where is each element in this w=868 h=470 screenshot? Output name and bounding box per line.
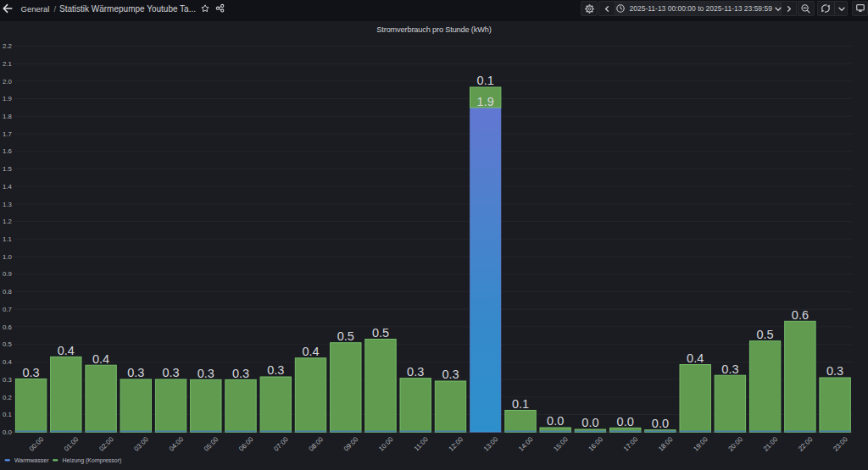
- svg-text:23:00: 23:00: [832, 435, 849, 453]
- svg-text:14:00: 14:00: [517, 435, 535, 453]
- svg-text:01:00: 01:00: [63, 435, 81, 453]
- svg-text:1.6: 1.6: [3, 147, 12, 155]
- svg-text:18:00: 18:00: [657, 435, 675, 453]
- svg-text:16:00: 16:00: [587, 435, 604, 453]
- svg-text:0.7: 0.7: [3, 306, 12, 313]
- svg-text:20:00: 20:00: [726, 435, 744, 453]
- svg-text:0.4: 0.4: [58, 344, 75, 357]
- svg-text:0.0: 0.0: [547, 414, 564, 428]
- svg-text:2.1: 2.1: [3, 60, 12, 68]
- svg-text:0.0: 0.0: [652, 417, 669, 430]
- svg-text:03:00: 03:00: [132, 435, 150, 453]
- svg-text:0.5: 0.5: [372, 326, 389, 340]
- svg-text:21:00: 21:00: [762, 435, 780, 453]
- svg-text:0.5: 0.5: [757, 328, 774, 341]
- svg-text:0.5: 0.5: [3, 340, 13, 348]
- svg-text:0.0: 0.0: [617, 415, 634, 429]
- svg-text:02:00: 02:00: [97, 435, 115, 453]
- svg-text:0.3: 0.3: [163, 366, 180, 379]
- svg-text:0.3: 0.3: [127, 366, 144, 379]
- svg-text:1.5: 1.5: [3, 165, 13, 173]
- svg-text:1.9: 1.9: [3, 95, 12, 102]
- svg-text:0.1: 0.1: [3, 411, 12, 418]
- svg-text:1.0: 1.0: [3, 253, 13, 261]
- svg-text:00:00: 00:00: [28, 435, 46, 453]
- svg-text:12:00: 12:00: [448, 435, 465, 453]
- svg-text:1.3: 1.3: [3, 201, 12, 208]
- svg-text:11:00: 11:00: [413, 435, 430, 452]
- svg-text:0.3: 0.3: [442, 368, 459, 381]
- svg-text:0.3: 0.3: [267, 363, 284, 377]
- svg-text:1.4: 1.4: [3, 183, 13, 191]
- svg-text:0.0: 0.0: [3, 429, 13, 436]
- svg-text:0.1: 0.1: [512, 397, 529, 411]
- svg-text:15:00: 15:00: [552, 435, 570, 453]
- svg-text:0.3: 0.3: [3, 376, 12, 384]
- svg-text:0.3: 0.3: [232, 367, 249, 380]
- svg-text:0.5: 0.5: [337, 329, 354, 343]
- svg-text:22:00: 22:00: [797, 435, 815, 453]
- svg-text:0.3: 0.3: [721, 362, 738, 376]
- svg-text:13:00: 13:00: [482, 435, 500, 453]
- svg-text:0.2: 0.2: [3, 394, 12, 401]
- svg-text:Warmwasser: Warmwasser: [14, 457, 49, 463]
- svg-text:1.8: 1.8: [3, 113, 12, 120]
- svg-text:Heizung (Kompressor): Heizung (Kompressor): [62, 457, 121, 464]
- svg-text:17:00: 17:00: [622, 435, 640, 453]
- svg-text:0.3: 0.3: [407, 365, 424, 379]
- svg-text:1.2: 1.2: [3, 218, 12, 225]
- svg-text:04:00: 04:00: [168, 435, 186, 453]
- svg-text:0.4: 0.4: [302, 345, 319, 358]
- svg-text:0.4: 0.4: [687, 351, 704, 365]
- svg-text:0.6: 0.6: [3, 323, 12, 331]
- svg-text:0.8: 0.8: [3, 288, 12, 296]
- svg-text:0.3: 0.3: [826, 364, 843, 378]
- svg-text:06:00: 06:00: [237, 435, 255, 453]
- svg-text:05:00: 05:00: [203, 435, 220, 453]
- svg-text:0.3: 0.3: [23, 366, 40, 379]
- svg-text:Stromverbrauch pro Stunde (kWh: Stromverbrauch pro Stunde (kWh): [376, 25, 491, 34]
- svg-text:0.4: 0.4: [92, 352, 109, 366]
- svg-text:1.1: 1.1: [3, 235, 12, 243]
- svg-text:07:00: 07:00: [272, 435, 290, 453]
- svg-text:0.1: 0.1: [477, 74, 494, 87]
- svg-text:1.7: 1.7: [3, 130, 12, 138]
- svg-text:0.3: 0.3: [198, 367, 214, 380]
- svg-text:10:00: 10:00: [377, 435, 395, 453]
- svg-text:09:00: 09:00: [342, 435, 360, 453]
- svg-text:2.2: 2.2: [3, 42, 12, 50]
- svg-text:1.9: 1.9: [477, 95, 494, 108]
- svg-text:19:00: 19:00: [692, 435, 709, 453]
- svg-text:0.0: 0.0: [581, 416, 598, 429]
- svg-text:2.0: 2.0: [3, 78, 13, 86]
- svg-text:0.4: 0.4: [3, 358, 13, 366]
- svg-text:0.6: 0.6: [792, 308, 809, 322]
- svg-text:08:00: 08:00: [308, 435, 326, 453]
- svg-text:0.9: 0.9: [3, 270, 12, 278]
